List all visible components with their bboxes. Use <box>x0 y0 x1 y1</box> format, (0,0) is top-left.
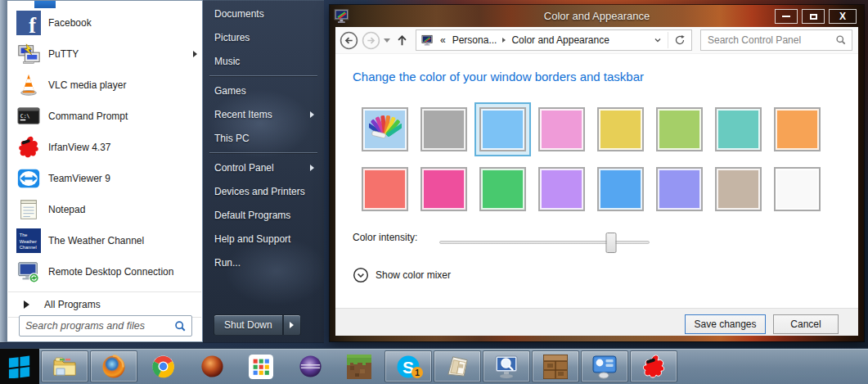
start-button[interactable] <box>0 349 39 384</box>
title-bar[interactable]: Color and Appearance X <box>330 5 864 27</box>
taskbar-pale-moon[interactable] <box>188 350 236 382</box>
start-search-box[interactable] <box>19 315 192 337</box>
separator <box>668 32 668 48</box>
color-swatch-pink[interactable] <box>538 107 585 151</box>
submenu-arrow-icon <box>310 165 314 171</box>
search-icon[interactable] <box>174 320 187 332</box>
arrow-right-icon <box>290 322 294 328</box>
pale-moon-icon <box>200 354 225 379</box>
color-swatch-orange[interactable] <box>774 107 821 151</box>
start-item-run[interactable]: Run... <box>203 251 324 274</box>
start-item-facebook[interactable]: f Facebook <box>7 7 202 38</box>
color-swatch-white[interactable] <box>774 167 821 211</box>
breadcrumb-arrow-icon[interactable] <box>502 38 506 43</box>
search-icon[interactable] <box>835 34 847 46</box>
color-swatch-periwinkle[interactable] <box>656 167 703 211</box>
all-programs-arrow-icon <box>24 300 29 309</box>
start-item-this-pc[interactable]: This PC <box>203 126 324 150</box>
start-windows-icon <box>8 355 31 378</box>
start-item-default-programs[interactable]: Default Programs <box>203 203 324 227</box>
address-bar[interactable]: « Persona... Color and Appearance <box>416 29 692 51</box>
back-button[interactable] <box>340 31 358 50</box>
breadcrumb-current[interactable]: Color and Appearance <box>508 34 612 46</box>
color-swatch-lime-green[interactable] <box>656 107 703 151</box>
taskbar-minecraft[interactable] <box>335 350 383 382</box>
start-menu-glass-edge <box>0 0 7 342</box>
start-item-irfanview[interactable]: IrfanView 4.37 <box>7 132 202 163</box>
taskbar-eclipse[interactable] <box>286 350 334 382</box>
close-button[interactable]: X <box>829 9 857 24</box>
start-item-recent-items[interactable]: Recent Items <box>203 102 324 126</box>
taskbar-chrome[interactable] <box>139 350 187 382</box>
color-swatch-magenta[interactable] <box>421 167 467 211</box>
color-swatch-blue[interactable] <box>597 167 644 211</box>
taskbar-app-grid[interactable] <box>237 350 285 382</box>
chevron-down-circle-icon <box>353 267 369 283</box>
start-item-documents[interactable]: Documents <box>203 2 324 25</box>
taskbar-screen-magnifier[interactable] <box>483 350 530 382</box>
color-swatch-turquoise[interactable] <box>715 107 762 151</box>
skype-notification-badge: 1 <box>412 367 423 378</box>
submenu-arrow-icon <box>193 51 197 57</box>
firefox-icon <box>101 354 127 380</box>
color-intensity-label: Color intensity: <box>353 232 417 243</box>
start-item-pictures[interactable]: Pictures <box>203 25 324 49</box>
taskbar-crafting-table[interactable] <box>532 350 579 382</box>
color-swatch-automatic[interactable] <box>362 107 408 151</box>
color-fan-icon <box>369 111 402 147</box>
address-dropdown-chevron-icon[interactable] <box>650 36 666 44</box>
start-item-putty[interactable]: PuTTY <box>7 38 202 70</box>
start-item-devices-printers[interactable]: Devices and Printers <box>203 179 324 203</box>
refresh-button[interactable] <box>670 34 690 46</box>
cancel-button[interactable]: Cancel <box>773 314 839 334</box>
color-swatch-yellow[interactable] <box>597 107 644 151</box>
all-programs-item[interactable]: All Programs <box>7 292 202 317</box>
control-panel-search-input[interactable] <box>708 34 835 46</box>
maximize-button[interactable] <box>802 9 825 24</box>
taskbar-display-settings[interactable] <box>581 350 628 382</box>
start-item-command-prompt[interactable]: C:\ Command Prompt <box>7 101 202 132</box>
color-intensity-slider[interactable] <box>439 241 650 244</box>
color-swatch-coral-red[interactable] <box>362 167 408 211</box>
color-swatch-sky-blue[interactable] <box>479 107 526 151</box>
start-search-input[interactable] <box>25 320 174 332</box>
show-color-mixer[interactable]: Show color mixer <box>353 267 451 283</box>
forward-button[interactable] <box>362 31 380 50</box>
breadcrumb-collapse[interactable]: « <box>437 34 449 46</box>
start-item-weather-channel[interactable]: TheWeatherChannel The Weather Channel <box>7 225 202 256</box>
color-swatch-lavender[interactable] <box>538 167 585 211</box>
start-item-vlc[interactable]: VLC media player <box>7 70 202 101</box>
taskbar-sweet-home-3d[interactable] <box>434 350 481 382</box>
irfanview-icon <box>16 135 41 160</box>
start-item-control-panel[interactable]: Control Panel <box>203 156 324 179</box>
recent-pages-chevron-icon[interactable] <box>384 38 390 43</box>
start-item-remote-desktop[interactable]: Remote Desktop Connection <box>7 256 202 287</box>
start-item-music[interactable]: Music <box>203 49 324 73</box>
taskbar-firefox[interactable] <box>90 350 137 382</box>
start-item-help-support[interactable]: Help and Support <box>203 227 324 251</box>
minimize-button[interactable] <box>775 9 798 24</box>
taskbar-skype[interactable]: S 1 <box>385 350 432 382</box>
color-swatch-green[interactable] <box>479 167 526 211</box>
putty-icon <box>16 42 41 66</box>
start-item-notepad[interactable]: Notepad <box>7 194 202 225</box>
slider-handle[interactable] <box>606 233 617 253</box>
shut-down-button[interactable]: Shut Down <box>214 314 283 336</box>
close-icon: X <box>839 11 846 21</box>
taskbar-file-explorer[interactable] <box>41 350 88 382</box>
taskbar-irfanview[interactable] <box>630 350 677 382</box>
breadcrumb-parent[interactable]: Persona... <box>449 34 501 46</box>
vlc-icon <box>16 73 41 97</box>
control-panel-search-box[interactable] <box>700 29 852 51</box>
chrome-icon <box>151 354 176 379</box>
up-button[interactable] <box>395 34 409 47</box>
start-item-teamviewer[interactable]: TeamViewer 9 <box>7 163 202 194</box>
color-swatch-row-1 <box>362 107 821 151</box>
shut-down-options-arrow[interactable] <box>283 314 301 336</box>
color-swatch-gray[interactable] <box>421 107 467 151</box>
color-swatch-taupe[interactable] <box>715 167 762 211</box>
navigation-toolbar: « Persona... Color and Appearance <box>335 27 858 54</box>
start-item-games[interactable]: Games <box>203 79 324 102</box>
save-changes-button[interactable]: Save changes <box>685 314 766 334</box>
irfanview-icon <box>641 354 667 380</box>
